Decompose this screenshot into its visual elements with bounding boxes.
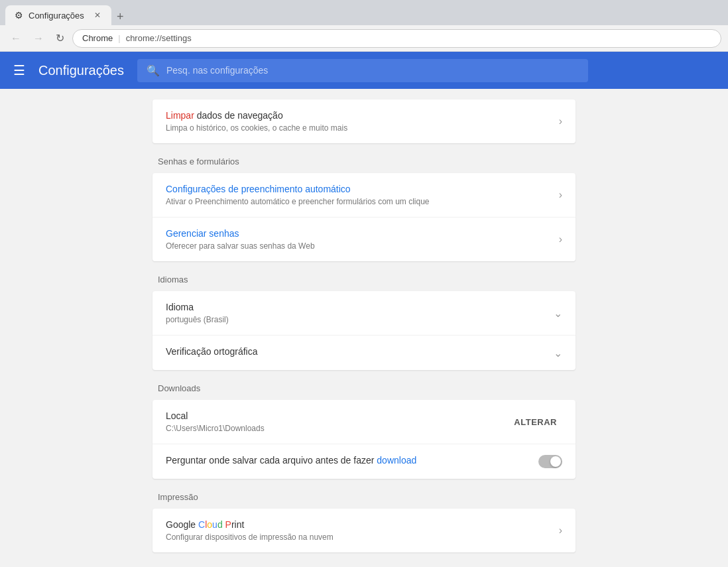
language-subtitle: português (Brasil) [166, 315, 229, 324]
autofill-text: Configurações de preenchimento automátic… [166, 184, 430, 206]
manage-passwords-chevron-icon: › [559, 233, 562, 245]
refresh-button[interactable]: ↻ [52, 31, 68, 46]
address-bar[interactable]: Chrome | chrome://settings [72, 29, 721, 48]
tab-title: Configurações [29, 11, 84, 21]
languages-card: Idioma português (Brasil) ⌄ Verificação … [152, 291, 576, 370]
gcp-title-rest: rint [231, 519, 244, 530]
language-chevron-icon: ⌄ [554, 307, 562, 320]
toggle-knob [550, 456, 561, 467]
alterar-button[interactable]: ALTERAR [509, 414, 562, 430]
autofill-title: Configurações de preenchimento automátic… [166, 184, 430, 194]
clear-data-card: Limpar dados de navegação Limpa o histór… [152, 99, 576, 143]
google-cloud-print-chevron-icon: › [559, 525, 562, 536]
language-title: Idioma [166, 302, 229, 312]
print-section-label: Impressão [152, 479, 576, 509]
gcp-title-o: o [207, 519, 212, 530]
downloads-card: Local C:\Users\Micro1\Downloads ALTERAR … [152, 400, 576, 479]
ask-download-text: Perguntar onde salvar cada arquivo antes… [166, 455, 416, 468]
spellcheck-item[interactable]: Verificação ortográfica ⌄ [152, 336, 576, 370]
manage-passwords-subtitle: Oferecer para salvar suas senhas da Web [166, 241, 315, 251]
toggle-switch[interactable] [538, 455, 562, 468]
autofill-subtitle: Ativar o Preenchimento automático e pree… [166, 197, 430, 206]
gcp-title-P: P [225, 519, 231, 530]
gcp-title-u: u [212, 519, 217, 530]
address-url: chrome://settings [126, 33, 192, 43]
manage-passwords-title-link: Gerenciar senhas [166, 228, 239, 239]
languages-section-label: Idiomas [152, 261, 576, 291]
clear-data-text: Limpar dados de navegação Limpa o histór… [166, 110, 347, 133]
downloads-section-label: Downloads [152, 370, 576, 400]
search-icon: 🔍 [147, 64, 160, 77]
clear-data-chevron-icon: › [559, 115, 562, 127]
ask-download-title-link: download [377, 455, 416, 466]
autofill-subtitle-text: Ativar o Preenchimento automático e pree… [166, 197, 430, 206]
gcp-title-c: C [198, 519, 205, 530]
google-cloud-print-item[interactable]: Google Cloud Print Configurar dispositiv… [152, 509, 576, 552]
settings-title: Configurações [38, 63, 124, 78]
spellcheck-title: Verificação ortográfica [166, 346, 258, 357]
passwords-card: Configurações de preenchimento automátic… [152, 173, 576, 261]
clear-data-title: Limpar dados de navegação [166, 110, 347, 121]
manage-passwords-item[interactable]: Gerenciar senhas Oferecer para salvar su… [152, 218, 576, 261]
new-tab-button[interactable]: + [111, 8, 129, 25]
autofill-chevron-icon: › [559, 189, 562, 201]
clear-data-title-rest: dados de navegação [194, 110, 283, 121]
print-card: Google Cloud Print Configurar dispositiv… [152, 509, 576, 552]
clear-data-item[interactable]: Limpar dados de navegação Limpa o histór… [152, 99, 576, 143]
address-chrome-label: Chrome [82, 33, 113, 43]
passwords-section-label: Senhas e formulários [152, 143, 576, 173]
ask-download-title-pre: Perguntar onde salvar cada arquivo antes… [166, 455, 377, 466]
autofill-item[interactable]: Configurações de preenchimento automátic… [152, 173, 576, 218]
google-cloud-print-text: Google Cloud Print Configurar dispositiv… [166, 519, 334, 542]
active-tab[interactable]: ⚙ Configurações ✕ [5, 5, 111, 25]
local-title: Local [166, 410, 265, 421]
tab-settings-icon: ⚙ [15, 10, 23, 21]
search-placeholder: Pesq. nas configurações [166, 65, 268, 76]
search-bar[interactable]: 🔍 Pesq. nas configurações [137, 59, 588, 82]
ask-download-item[interactable]: Perguntar onde salvar cada arquivo antes… [152, 444, 576, 479]
settings-header: ☰ Configurações 🔍 Pesq. nas configuraçõe… [0, 52, 728, 89]
local-text: Local C:\Users\Micro1\Downloads [166, 410, 265, 433]
gcp-title-d: d [217, 519, 223, 530]
tab-close-button[interactable]: ✕ [93, 11, 102, 20]
main-content: Limpar dados de navegação Limpa o histór… [0, 89, 728, 567]
clear-data-title-red: Limpar [166, 110, 194, 121]
ask-download-title: Perguntar onde salvar cada arquivo antes… [166, 455, 416, 466]
google-cloud-print-title: Google Cloud Print [166, 519, 334, 530]
manage-passwords-title: Gerenciar senhas [166, 228, 315, 239]
forward-button[interactable]: → [29, 31, 48, 46]
ask-download-toggle[interactable] [538, 455, 562, 468]
menu-icon[interactable]: ☰ [13, 62, 25, 78]
local-subtitle: C:\Users\Micro1\Downloads [166, 424, 265, 433]
clear-data-subtitle: Limpa o histórico, os cookies, o cache e… [166, 123, 347, 133]
back-button[interactable]: ← [7, 31, 25, 46]
spellcheck-text: Verificação ortográfica [166, 346, 258, 359]
spellcheck-chevron-icon: ⌄ [554, 347, 562, 359]
google-cloud-print-subtitle: Configurar dispositivos de impressão na … [166, 533, 334, 542]
manage-passwords-text: Gerenciar senhas Oferecer para salvar su… [166, 228, 315, 251]
gcp-title-pre: Google [166, 519, 198, 530]
autofill-title-link: Configurações de preenchimento automátic… [166, 184, 351, 194]
address-separator: | [118, 33, 120, 43]
local-item: Local C:\Users\Micro1\Downloads ALTERAR [152, 400, 576, 444]
language-item[interactable]: Idioma português (Brasil) ⌄ [152, 291, 576, 336]
language-text: Idioma português (Brasil) [166, 302, 229, 324]
